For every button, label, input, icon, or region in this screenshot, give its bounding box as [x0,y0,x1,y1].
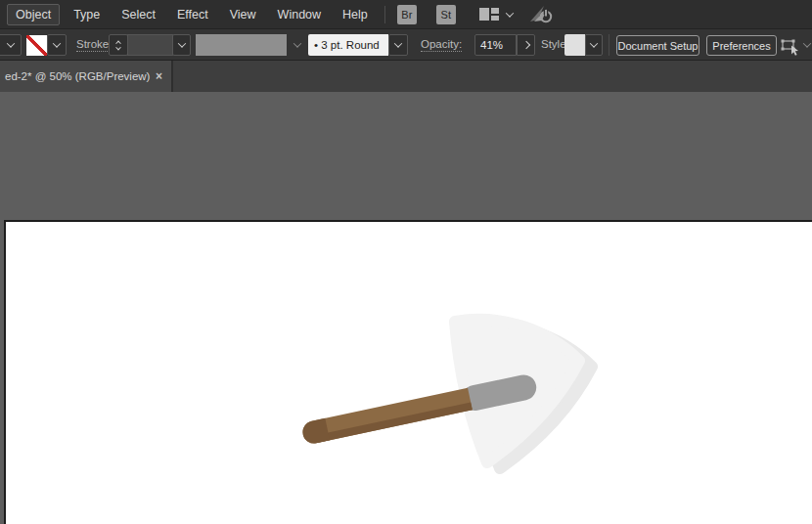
document-tab[interactable]: ed-2* @ 50% (RGB/Preview) × [0,61,173,92]
illustrator-window: Object Type Select Effect View Window He… [0,0,812,524]
menu-item-effect[interactable]: Effect [166,0,219,29]
document-tab-bar: ed-2* @ 50% (RGB/Preview) × [0,61,812,92]
select-similar-chevron[interactable] [804,34,812,56]
document-setup-button[interactable]: Document Setup [616,35,699,56]
stroke-label[interactable]: Stroke: [76,38,112,52]
brush-name: 3 pt. Round [318,39,383,51]
style-libraries-button[interactable]: St [436,5,456,24]
chevron-down-icon [394,39,402,47]
chevron-down-icon [7,39,15,47]
menu-item-view[interactable]: View [219,0,267,29]
opacity-label[interactable]: Opacity: [421,38,462,52]
chevron-down-icon [53,39,61,47]
chevron-down-icon [590,39,598,47]
select-similar-options-icon[interactable] [780,36,801,58]
tab-close-icon[interactable]: × [156,69,162,83]
stroke-width-stepper[interactable] [109,34,128,56]
opacity-field[interactable]: 41% [474,34,517,56]
workspace-chevron-down-icon[interactable] [506,9,514,17]
workspace-switcher-icon[interactable] [479,8,499,21]
fill-color-dropdown[interactable] [0,34,22,56]
menu-item-select[interactable]: Select [111,0,166,29]
chevron-down-icon [803,39,811,47]
brush-definition-field[interactable]: • 3 pt. Round [308,34,388,56]
chevron-right-icon [521,41,529,49]
controlbar-divider [609,34,609,56]
gpu-performance-icon[interactable] [528,4,554,25]
shovel-artwork[interactable] [6,222,812,524]
menu-item-help[interactable]: Help [332,0,379,29]
width-profile-chevron [290,34,305,56]
chevron-down-icon [177,39,185,47]
chevron-down-icon [293,39,301,47]
menu-item-type[interactable]: Type [63,0,111,29]
stroke-width-dropdown[interactable] [172,34,191,56]
menu-bar: Object Type Select Effect View Window He… [0,0,812,29]
opacity-value: 41% [480,39,503,51]
preferences-button[interactable]: Preferences [706,35,777,56]
brush-definition-dropdown[interactable] [388,34,408,56]
shovel-handle-cap [300,418,330,446]
opacity-popup-button[interactable] [517,34,535,56]
document-tab-title: ed-2* @ 50% (RGB/Preview) [5,70,150,82]
style-dropdown[interactable] [585,34,603,56]
brush-libraries-button[interactable]: Br [397,5,417,24]
style-swatch[interactable] [564,34,585,56]
menu-item-window[interactable]: Window [267,0,332,29]
control-bar: Stroke: • 3 pt. Round Opacity: 41% [0,29,812,61]
stroke-color-dropdown[interactable] [47,34,67,56]
artboard-canvas[interactable] [6,222,812,524]
stroke-none-swatch[interactable] [26,35,47,56]
stepper-down-icon[interactable] [115,44,121,50]
width-profile-dropdown-disabled [196,34,287,56]
menubar-divider [384,6,385,23]
stroke-width-field[interactable] [127,34,173,56]
menu-item-object[interactable]: Object [7,4,60,25]
